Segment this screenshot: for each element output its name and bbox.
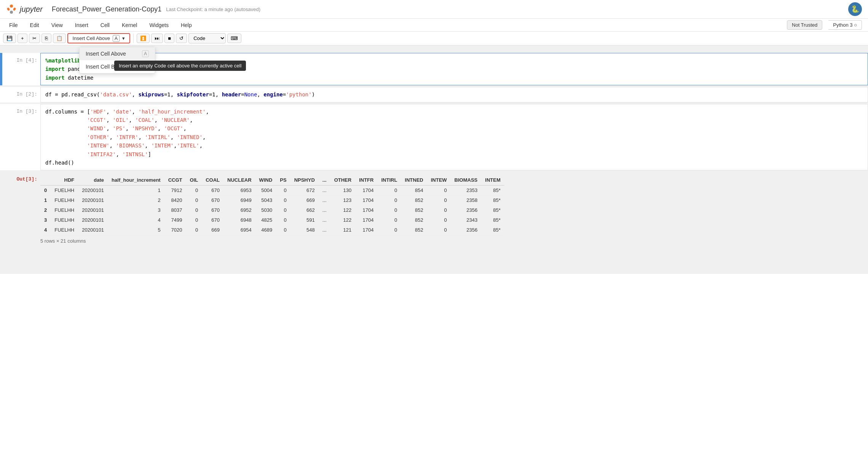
menu-kernel[interactable]: Kernel	[119, 21, 140, 30]
cell-hhi: 1	[108, 186, 164, 195]
cell-date: 20200101	[78, 225, 108, 235]
table-row: 4 FUELHH 20200101 5 7020 0 669 6954 4689…	[40, 225, 504, 235]
magic-keyword: %matplotlib	[45, 58, 81, 64]
add-cell-button[interactable]: +	[18, 34, 27, 43]
cell-CCGT: 8420	[164, 195, 186, 205]
col-header-COAL: COAL	[202, 175, 223, 186]
cell-date: 20200101	[78, 215, 108, 225]
cell-INTNED: 852	[401, 225, 427, 235]
cell-HDF: FUELHH	[51, 195, 78, 205]
menubar: File Edit View Insert Cell Kernel Widget…	[0, 19, 868, 32]
kernel-info: Python 3 ○	[828, 20, 862, 30]
col-header-dots: ...	[319, 175, 330, 186]
cell-3-content[interactable]: df.columns = ['HDF', 'date', 'half_hour_…	[40, 104, 868, 171]
copy-button[interactable]: ⎘	[41, 34, 51, 43]
col-header-empty	[40, 175, 51, 186]
cell-OIL: 0	[186, 215, 202, 225]
menu-insert[interactable]: Insert	[72, 21, 91, 30]
cell-WIND: 5030	[255, 205, 276, 215]
cell-BIOMASS: 2356	[451, 225, 482, 235]
cell-PS: 0	[276, 205, 290, 215]
header: jupyter Forecast_Power_Generation-Copy1 …	[0, 0, 868, 19]
menu-edit[interactable]: Edit	[27, 21, 42, 30]
col-header-INTEW: INTEW	[427, 175, 451, 186]
svg-point-1	[10, 11, 13, 14]
dataframe-table: HDF date half_hour_increment CCGT OIL CO…	[40, 175, 504, 235]
cell-BIOMASS: 2343	[451, 215, 482, 225]
toolbar-separator	[133, 34, 134, 43]
menu-file[interactable]: File	[6, 21, 21, 30]
cell-OIL: 0	[186, 186, 202, 195]
cell-HDF: FUELHH	[51, 215, 78, 225]
cell-dots: ...	[319, 205, 330, 215]
cell-COAL: 670	[202, 205, 223, 215]
cell-NPSHYD: 591	[290, 215, 319, 225]
cell-OTHER: 123	[330, 195, 356, 205]
cell-INTEW: 0	[427, 215, 451, 225]
output-3-label: Out[3]:	[2, 172, 40, 250]
menu-view[interactable]: View	[48, 21, 66, 30]
svg-point-2	[6, 7, 10, 11]
cell-INTNED: 854	[401, 186, 427, 195]
cell-INTNED: 852	[401, 195, 427, 205]
cell-WIND: 5004	[255, 186, 276, 195]
interrupt-button[interactable]: ■	[164, 34, 174, 43]
output-3: Out[3]: HDF date half_hour_increment CCG…	[0, 172, 868, 250]
cell-idx: 2	[40, 205, 51, 215]
restart-button[interactable]: ↺	[176, 34, 187, 43]
menu-help[interactable]: Help	[178, 21, 195, 30]
cell-INTFR: 1704	[355, 225, 377, 235]
cell-INTEM: 85*	[481, 225, 504, 235]
col-header-OTHER: OTHER	[330, 175, 356, 186]
cell-type-select[interactable]: Code Markdown Raw	[188, 33, 226, 43]
python-icon: 🐍	[848, 2, 862, 16]
cell-NPSHYD: 672	[290, 186, 319, 195]
cell-BIOMASS: 2358	[451, 195, 482, 205]
kbd-a-shortcut: A	[142, 50, 149, 57]
cell-BIOMASS: 2353	[451, 186, 482, 195]
cell-COAL: 669	[202, 225, 223, 235]
insert-above-label: Insert Cell Above	[86, 51, 126, 57]
col-header-NPSHYD: NPSHYD	[290, 175, 319, 186]
col-header-WIND: WIND	[255, 175, 276, 186]
cell-INTEW: 0	[427, 225, 451, 235]
menu-widgets[interactable]: Widgets	[146, 21, 172, 30]
paste-button[interactable]: 📋	[53, 34, 66, 43]
cell-INTFR: 1704	[355, 215, 377, 225]
table-row: 2 FUELHH 20200101 3 8037 0 670 6952 5030…	[40, 205, 504, 215]
cell-hhi: 4	[108, 215, 164, 225]
cell-idx: 4	[40, 225, 51, 235]
cell-INTFR: 1704	[355, 195, 377, 205]
kbd-a-icon: A	[113, 35, 120, 42]
cell-INTIRL: 0	[377, 215, 401, 225]
cell-2-content[interactable]: df = pd.read_csv('data.csv', skiprows=1,…	[40, 87, 868, 102]
cut-button[interactable]: ✂	[29, 34, 40, 43]
cell-INTEM: 85*	[481, 195, 504, 205]
keyboard-shortcuts-button[interactable]: ⌨	[227, 34, 241, 43]
menu-cell[interactable]: Cell	[97, 21, 113, 30]
cell-NUCLEAR: 6953	[223, 186, 255, 195]
cell-INTEW: 0	[427, 195, 451, 205]
move-up-button[interactable]: ⏫	[137, 34, 150, 43]
cell-OIL: 0	[186, 195, 202, 205]
cell-OIL: 0	[186, 225, 202, 235]
cell-INTNED: 852	[401, 205, 427, 215]
cell-INTIRL: 0	[377, 205, 401, 215]
cell-INTEM: 85*	[481, 205, 504, 215]
insert-cell-above-item[interactable]: Insert Cell Above A	[80, 47, 155, 60]
cell-HDF: FUELHH	[51, 186, 78, 195]
run-button[interactable]: ⏭	[151, 34, 163, 43]
insert-cell-above-button[interactable]: Insert Cell Above A ▾	[67, 33, 131, 43]
cell-CCGT: 8037	[164, 205, 186, 215]
save-button[interactable]: 💾	[3, 34, 16, 43]
cell-CCGT: 7499	[164, 215, 186, 225]
cell-idx: 3	[40, 215, 51, 225]
col-header-HDF: HDF	[51, 175, 78, 186]
col-header-BIOMASS: BIOMASS	[451, 175, 482, 186]
not-trusted-button[interactable]: Not Trusted	[787, 20, 822, 30]
cell-2: In [2]: df = pd.read_csv('data.csv', ski…	[0, 87, 868, 102]
cell-dots: ...	[319, 186, 330, 195]
cell-hhi: 3	[108, 205, 164, 215]
cell-NPSHYD: 669	[290, 195, 319, 205]
svg-point-0	[10, 5, 13, 8]
